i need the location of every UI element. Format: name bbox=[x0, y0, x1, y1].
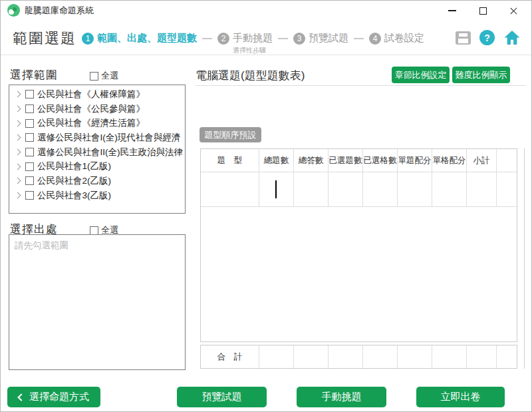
tree-item[interactable]: 公民與社會《經濟生活篇》 bbox=[9, 116, 185, 130]
chevron-right-icon[interactable] bbox=[15, 106, 21, 112]
back-to-method-button[interactable]: 選擇命題方式 bbox=[7, 387, 100, 407]
total-row-grid: 合 計 bbox=[201, 345, 517, 368]
table-header-cell bbox=[497, 149, 517, 172]
titlebar: 龍騰題庫命題系統 bbox=[1, 1, 531, 21]
chevron-right-icon[interactable] bbox=[15, 178, 21, 184]
help-icon[interactable]: ? bbox=[479, 30, 495, 45]
range-select-all[interactable]: 全選 bbox=[90, 70, 118, 82]
tree-item-label: 公民與社會2(乙版) bbox=[37, 175, 111, 187]
table-cell-question-type[interactable] bbox=[201, 172, 259, 207]
chevron-right-icon[interactable] bbox=[15, 149, 21, 156]
tree-item[interactable]: 公民與社會《人權保障篇》 bbox=[9, 87, 185, 102]
step-1-range[interactable]: 1 範圍、出處、題型題數 bbox=[82, 32, 197, 45]
question-type-table: 題 型 總題數 總答數 已選題數 已選格數 單題配分 單格配分 小計 bbox=[200, 148, 517, 342]
table-header-cell: 小計 bbox=[467, 149, 497, 172]
preset-order-badge[interactable]: 題型順序預設 bbox=[200, 127, 261, 142]
table-cell-score-per-question[interactable] bbox=[398, 172, 432, 207]
chevron-right-icon[interactable] bbox=[15, 192, 21, 199]
tree-item[interactable]: 公民與社會3(乙版) bbox=[9, 188, 185, 203]
checkbox[interactable] bbox=[25, 162, 34, 171]
page-title: 範圍選題 bbox=[13, 29, 76, 49]
text-caret bbox=[275, 180, 277, 198]
app-logo-icon bbox=[7, 4, 20, 17]
table-header-cell: 單格配分 bbox=[432, 149, 467, 172]
generate-paper-button[interactable]: 立即出卷 bbox=[416, 387, 505, 407]
save-icon[interactable] bbox=[456, 31, 471, 45]
close-button[interactable] bbox=[498, 1, 529, 21]
range-select-all-label: 全選 bbox=[101, 70, 118, 82]
chapter-ratio-button[interactable]: 章節比例設定 bbox=[392, 67, 450, 83]
header-icons: ? bbox=[456, 30, 521, 45]
tree-item-label: 公民與社會1(乙版) bbox=[37, 160, 111, 172]
home-icon[interactable] bbox=[503, 30, 521, 45]
tree-item-label: 選修公民與社會II(全)民主政治與法律 bbox=[37, 146, 183, 158]
total-cell bbox=[363, 345, 398, 368]
table-cell-subtotal[interactable] bbox=[467, 172, 497, 207]
step-3-label: 預覽試題 bbox=[309, 32, 348, 45]
step-3-number: 3 bbox=[293, 33, 305, 45]
table-header-row: 題 型 總題數 總答數 已選題數 已選格數 單題配分 單格配分 小計 bbox=[201, 149, 517, 172]
range-tree: 公民與社會《人權保障篇》 公民與社會《公民參與篇》 公民與社會《經濟生活篇》 選… bbox=[9, 85, 186, 214]
total-row: 合 計 bbox=[200, 345, 517, 369]
chevron-right-icon[interactable] bbox=[15, 134, 21, 141]
chevron-right-icon[interactable] bbox=[15, 163, 21, 170]
range-select-all-checkbox[interactable] bbox=[90, 72, 98, 81]
step-separator bbox=[278, 38, 288, 39]
step-2-manual-pick[interactable]: 2 手動挑題 選擇性步驟 bbox=[217, 32, 273, 55]
tree-item-label: 公民與社會《人權保障篇》 bbox=[37, 89, 145, 101]
total-cell bbox=[432, 345, 467, 368]
manual-pick-button[interactable]: 手動挑題 bbox=[297, 387, 386, 407]
tree-item[interactable]: 公民與社會1(乙版) bbox=[9, 159, 185, 174]
checkbox[interactable] bbox=[25, 90, 34, 99]
tree-item-label: 公民與社會《公民參與篇》 bbox=[37, 103, 145, 115]
tree-item-label: 公民與社會3(乙版) bbox=[37, 190, 111, 202]
back-button-label: 選擇命題方式 bbox=[29, 391, 89, 403]
checkbox[interactable] bbox=[25, 133, 34, 142]
table-cell-selected-blanks[interactable] bbox=[363, 172, 398, 207]
source-list: 請先勾選範圍 bbox=[9, 234, 186, 370]
tree-item[interactable]: 選修公民與社會I(全)現代社會與經濟 bbox=[9, 130, 185, 145]
total-cell bbox=[259, 345, 294, 368]
maximize-button[interactable] bbox=[467, 1, 498, 21]
tree-item-label: 公民與社會《經濟生活篇》 bbox=[37, 117, 145, 129]
step-4-paper-settings[interactable]: 4 試卷設定 bbox=[369, 32, 424, 45]
tree-item[interactable]: 選修公民與社會II(全)民主政治與法律 bbox=[9, 145, 185, 160]
chevron-right-icon[interactable] bbox=[15, 91, 21, 98]
source-select-all-checkbox[interactable] bbox=[90, 226, 98, 235]
step-nav: 1 範圍、出處、題型題數 2 手動挑題 選擇性步驟 3 預覽試題 4 試卷設定 bbox=[82, 32, 424, 55]
checkbox[interactable] bbox=[25, 191, 34, 200]
main-title: 電腦選題(題型題數表) bbox=[196, 68, 305, 83]
checkbox[interactable] bbox=[25, 148, 34, 156]
preview-questions-button[interactable]: 預覽試題 bbox=[177, 387, 267, 407]
table-header-cell: 已選格數 bbox=[363, 149, 398, 172]
table-header-cell: 題 型 bbox=[201, 149, 259, 172]
step-2-number: 2 bbox=[217, 33, 229, 45]
difficulty-ratio-button[interactable]: 難度比例顯示 bbox=[452, 67, 510, 83]
table-cell-selected-questions[interactable] bbox=[329, 172, 363, 207]
chevron-right-icon[interactable] bbox=[15, 120, 21, 126]
maximize-icon bbox=[479, 7, 487, 15]
table-header-cell: 總答數 bbox=[294, 149, 329, 172]
table-header-cell: 總題數 bbox=[259, 149, 294, 172]
checkbox[interactable] bbox=[25, 176, 34, 185]
total-cell bbox=[497, 345, 517, 368]
checkbox[interactable] bbox=[25, 119, 34, 128]
step-separator bbox=[354, 38, 364, 39]
close-icon bbox=[509, 7, 518, 15]
table-scrollbar[interactable] bbox=[524, 148, 525, 369]
step-2-sublabel: 選擇性步驟 bbox=[233, 46, 273, 55]
step-4-label: 試卷設定 bbox=[384, 32, 424, 45]
step-1-label: 範圍、出處、題型題數 bbox=[97, 32, 197, 45]
table-cell-score-per-blank[interactable] bbox=[432, 172, 467, 207]
checkbox[interactable] bbox=[25, 104, 34, 113]
source-placeholder: 請先勾選範圍 bbox=[15, 240, 180, 252]
minimize-button[interactable] bbox=[437, 1, 467, 21]
step-3-preview[interactable]: 3 預覽試題 bbox=[293, 32, 348, 45]
table-cell-total-answers[interactable] bbox=[294, 172, 329, 207]
tree-item[interactable]: 公民與社會《公民參與篇》 bbox=[9, 102, 185, 116]
step-separator bbox=[202, 38, 212, 39]
total-cell bbox=[467, 345, 497, 368]
table-cell-total-questions[interactable] bbox=[259, 172, 294, 207]
step-1-number: 1 bbox=[82, 33, 94, 45]
tree-item[interactable]: 公民與社會2(乙版) bbox=[9, 174, 185, 188]
